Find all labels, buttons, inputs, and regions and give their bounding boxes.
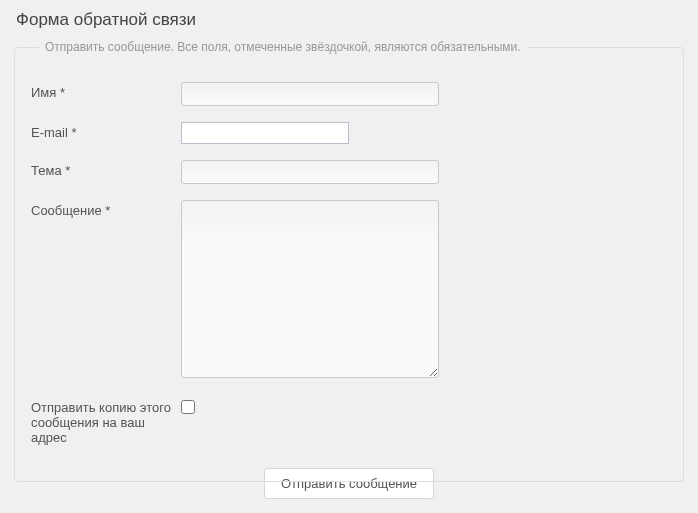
- copy-checkbox[interactable]: [181, 400, 195, 414]
- email-label: E-mail *: [31, 122, 181, 140]
- name-label: Имя *: [31, 82, 181, 100]
- form-legend: Отправить сообщение. Все поля, отмеченны…: [39, 40, 527, 54]
- subject-input[interactable]: [181, 160, 439, 184]
- message-textarea[interactable]: [181, 200, 439, 378]
- row-name: Имя *: [31, 82, 667, 106]
- contact-form-fieldset: Отправить сообщение. Все поля, отмеченны…: [14, 40, 684, 482]
- message-label: Сообщение *: [31, 200, 181, 218]
- name-input[interactable]: [181, 82, 439, 106]
- row-email: E-mail *: [31, 122, 667, 144]
- row-message: Сообщение *: [31, 200, 667, 381]
- row-subject: Тема *: [31, 160, 667, 184]
- email-input[interactable]: [181, 122, 349, 144]
- page-title: Форма обратной связи: [16, 10, 684, 30]
- row-copy: Отправить копию этого сообщения на ваш а…: [31, 397, 667, 445]
- subject-label: Тема *: [31, 160, 181, 178]
- copy-label: Отправить копию этого сообщения на ваш а…: [31, 397, 181, 445]
